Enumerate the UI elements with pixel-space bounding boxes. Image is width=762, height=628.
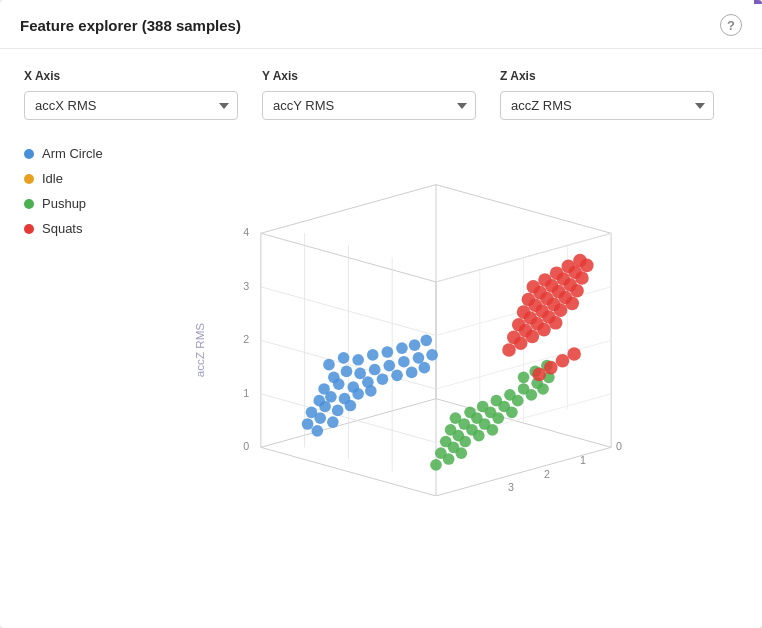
svg-point-97 bbox=[537, 383, 549, 395]
3d-scatter-chart: 4 3 2 1 0 0 1 2 3 4 0 1 2 3 4 5 6 bbox=[134, 136, 738, 496]
svg-point-143 bbox=[565, 297, 579, 311]
svg-point-95 bbox=[512, 395, 524, 407]
legend-item-pushup: Pushup bbox=[24, 196, 134, 211]
svg-point-65 bbox=[377, 373, 389, 385]
svg-point-110 bbox=[443, 453, 455, 465]
svg-point-79 bbox=[314, 412, 326, 424]
svg-point-56 bbox=[369, 364, 381, 376]
svg-point-142 bbox=[554, 303, 568, 317]
svg-line-6 bbox=[436, 185, 611, 234]
legend-item-arm-circle: Arm Circle bbox=[24, 146, 134, 161]
svg-point-106 bbox=[459, 436, 471, 448]
svg-point-50 bbox=[396, 342, 408, 354]
svg-point-80 bbox=[327, 416, 339, 428]
help-icon[interactable]: ? bbox=[720, 14, 742, 36]
svg-point-77 bbox=[345, 400, 357, 412]
legend-label-arm-circle: Arm Circle bbox=[42, 146, 103, 161]
svg-point-76 bbox=[332, 405, 344, 417]
svg-text:1: 1 bbox=[243, 387, 249, 399]
svg-point-55 bbox=[354, 368, 366, 380]
svg-point-60 bbox=[426, 349, 438, 361]
svg-point-49 bbox=[382, 346, 394, 358]
svg-point-108 bbox=[487, 424, 499, 436]
svg-point-109 bbox=[430, 459, 442, 471]
svg-point-145 bbox=[514, 336, 528, 350]
svg-point-73 bbox=[365, 385, 377, 397]
svg-point-146 bbox=[526, 330, 540, 344]
feature-explorer-panel: Feature explorer (388 samples) ? X Axis … bbox=[0, 0, 762, 628]
svg-point-131 bbox=[575, 271, 589, 285]
svg-point-147 bbox=[537, 323, 551, 337]
z-axis-select[interactable]: accX RMS accY RMS accZ RMS bbox=[500, 91, 714, 120]
svg-point-144 bbox=[502, 343, 516, 357]
legend-item-idle: Idle bbox=[24, 171, 134, 186]
svg-point-78 bbox=[302, 418, 314, 430]
svg-text:2: 2 bbox=[243, 333, 249, 345]
legend-dot-arm-circle bbox=[24, 149, 34, 159]
svg-point-59 bbox=[413, 352, 425, 364]
x-axis-group: X Axis accX RMS accY RMS accZ RMS bbox=[24, 69, 262, 120]
svg-point-72 bbox=[352, 388, 364, 400]
x-axis-label: X Axis bbox=[24, 69, 262, 83]
svg-point-152 bbox=[532, 368, 546, 382]
svg-point-107 bbox=[473, 430, 485, 442]
svg-text:4: 4 bbox=[243, 226, 249, 238]
svg-text:1: 1 bbox=[580, 454, 586, 466]
svg-point-67 bbox=[406, 367, 418, 379]
y-axis-label: Y Axis bbox=[262, 69, 500, 83]
svg-point-46 bbox=[338, 352, 350, 364]
svg-point-45 bbox=[323, 359, 335, 371]
svg-point-96 bbox=[526, 389, 538, 401]
z-axis-group: Z Axis accX RMS accY RMS accZ RMS bbox=[500, 69, 738, 120]
svg-point-62 bbox=[333, 378, 345, 390]
x-axis-select[interactable]: accX RMS accY RMS accZ RMS bbox=[24, 91, 238, 120]
y-axis-group: Y Axis accX RMS accY RMS accZ RMS bbox=[262, 69, 500, 120]
svg-point-151 bbox=[567, 347, 581, 361]
legend-dot-squats bbox=[24, 224, 34, 234]
svg-point-54 bbox=[341, 366, 353, 378]
svg-text:accZ RMS: accZ RMS bbox=[193, 323, 206, 378]
svg-text:0: 0 bbox=[243, 440, 249, 452]
y-axis-select[interactable]: accX RMS accY RMS accZ RMS bbox=[262, 91, 476, 120]
panel-header: Feature explorer (388 samples) ? bbox=[0, 0, 762, 49]
svg-point-81 bbox=[311, 425, 323, 437]
legend-label-pushup: Pushup bbox=[42, 196, 86, 211]
panel-title: Feature explorer (388 samples) bbox=[20, 17, 241, 34]
svg-point-148 bbox=[549, 316, 563, 330]
svg-point-70 bbox=[325, 391, 337, 403]
svg-point-111 bbox=[455, 447, 467, 459]
chart-svg: 4 3 2 1 0 0 1 2 3 4 0 1 2 3 4 5 6 bbox=[134, 136, 738, 496]
svg-point-57 bbox=[383, 360, 395, 372]
svg-text:2: 2 bbox=[544, 468, 550, 480]
axis-controls: X Axis accX RMS accY RMS accZ RMS Y Axis… bbox=[0, 49, 762, 136]
svg-point-103 bbox=[506, 406, 518, 418]
svg-point-137 bbox=[570, 284, 584, 298]
svg-point-48 bbox=[367, 349, 379, 361]
legend-dot-pushup bbox=[24, 199, 34, 209]
svg-point-125 bbox=[580, 259, 594, 273]
svg-point-150 bbox=[556, 354, 570, 368]
svg-point-149 bbox=[544, 361, 558, 375]
svg-point-52 bbox=[420, 334, 432, 346]
top-accent-bar bbox=[754, 0, 762, 4]
svg-point-47 bbox=[352, 354, 364, 366]
svg-point-102 bbox=[492, 412, 504, 424]
legend-dot-idle bbox=[24, 174, 34, 184]
svg-text:3: 3 bbox=[508, 481, 514, 493]
legend: Arm Circle Idle Pushup Squats bbox=[24, 136, 134, 496]
content-area: Arm Circle Idle Pushup Squats bbox=[0, 136, 762, 516]
svg-point-112 bbox=[518, 371, 530, 383]
legend-label-squats: Squats bbox=[42, 221, 82, 236]
svg-text:4: 4 bbox=[472, 495, 478, 496]
svg-point-66 bbox=[391, 370, 403, 382]
svg-text:0: 0 bbox=[616, 440, 622, 452]
svg-point-58 bbox=[398, 356, 410, 368]
z-axis-label: Z Axis bbox=[500, 69, 738, 83]
svg-line-7 bbox=[261, 185, 436, 234]
svg-point-75 bbox=[319, 401, 331, 413]
legend-item-squats: Squats bbox=[24, 221, 134, 236]
svg-text:3: 3 bbox=[243, 280, 249, 292]
legend-label-idle: Idle bbox=[42, 171, 63, 186]
svg-point-51 bbox=[409, 339, 421, 351]
svg-point-68 bbox=[418, 362, 430, 374]
